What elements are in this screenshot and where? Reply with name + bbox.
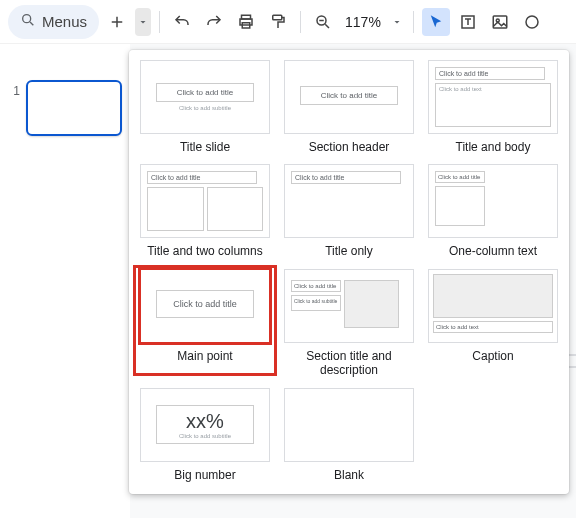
select-tool[interactable] [422, 8, 450, 36]
separator [159, 11, 160, 33]
layout-main-point[interactable]: Click to add title Main point [137, 269, 273, 378]
layout-picker: Click to add title Click to add subtitle… [129, 50, 569, 494]
undo-button[interactable] [168, 8, 196, 36]
text-box-tool[interactable] [454, 8, 482, 36]
layout-big-number[interactable]: xx% Click to add subtitle Big number [137, 388, 273, 482]
placeholder-title: Click to add title [156, 83, 255, 102]
zoom-button[interactable] [309, 8, 337, 36]
placeholder-title: Click to add title [435, 67, 545, 80]
menu-search-label: Menus [42, 13, 87, 30]
slide-panel: 1 [0, 44, 130, 518]
paint-format-button[interactable] [264, 8, 292, 36]
layout-blank[interactable]: Blank [281, 388, 417, 482]
layout-label: Big number [174, 468, 235, 482]
layout-label: Title and body [456, 140, 531, 154]
layout-title-slide[interactable]: Click to add title Click to add subtitle… [137, 60, 273, 154]
zoom-dropdown[interactable] [389, 8, 405, 36]
placeholder-body: Click to add text [435, 83, 551, 127]
svg-line-9 [325, 24, 329, 28]
placeholder-title: Click to add title [300, 86, 399, 105]
placeholder-title: Click to add title [291, 171, 401, 184]
zoom-level[interactable]: 117% [341, 14, 385, 30]
layout-label: Blank [334, 468, 364, 482]
svg-point-14 [526, 16, 538, 28]
placeholder-subtitle: Click to add subtitle [291, 295, 341, 311]
layout-label: Caption [472, 349, 513, 363]
layout-title-two-columns[interactable]: Click to add title Title and two columns [137, 164, 273, 258]
layout-label: Main point [177, 349, 232, 363]
placeholder-image [344, 280, 399, 328]
image-tool[interactable] [486, 8, 514, 36]
layout-section-header[interactable]: Click to add title Section header [281, 60, 417, 154]
placeholder-title: Click to add title [147, 171, 257, 184]
big-number: xx% [157, 410, 254, 433]
layout-label: Title and two columns [147, 244, 263, 258]
placeholder-title: Click to add title [291, 280, 341, 292]
placeholder-caption: Click to add text [433, 321, 553, 333]
layout-title-only[interactable]: Click to add title Title only [281, 164, 417, 258]
new-slide-dropdown[interactable] [135, 8, 151, 36]
separator [413, 11, 414, 33]
slide-number: 1 [8, 80, 20, 98]
layout-label: Section header [309, 140, 390, 154]
svg-point-0 [23, 15, 31, 23]
shape-tool[interactable] [518, 8, 546, 36]
placeholder-title: Click to add title [156, 290, 255, 318]
layout-label: One-column text [449, 244, 537, 258]
svg-rect-12 [493, 16, 507, 28]
layout-label: Title only [325, 244, 373, 258]
layout-section-title-desc[interactable]: Click to add title Click to add subtitle… [281, 269, 417, 378]
placeholder-subtitle: Click to add subtitle [147, 105, 263, 111]
layout-one-column[interactable]: Click to add title One-column text [425, 164, 561, 258]
layout-label: Section title and description [281, 349, 417, 378]
print-button[interactable] [232, 8, 260, 36]
menu-search[interactable]: Menus [8, 5, 99, 39]
layout-caption[interactable]: Click to add text Caption [425, 269, 561, 378]
search-icon [20, 12, 36, 31]
placeholder-title: Click to add title [435, 171, 485, 183]
svg-rect-7 [273, 15, 282, 20]
slide-thumbnail[interactable] [26, 80, 122, 136]
redo-button[interactable] [200, 8, 228, 36]
slide-thumbnail-row[interactable]: 1 [8, 80, 122, 136]
svg-line-1 [30, 22, 33, 25]
layout-title-body[interactable]: Click to add title Click to add text Tit… [425, 60, 561, 154]
separator [300, 11, 301, 33]
placeholder-subtitle: Click to add subtitle [157, 433, 254, 439]
new-slide-button[interactable] [103, 8, 131, 36]
placeholder-image [433, 274, 553, 318]
layout-label: Title slide [180, 140, 230, 154]
toolbar: Menus 117% [0, 0, 576, 44]
placeholder-body [435, 186, 485, 226]
